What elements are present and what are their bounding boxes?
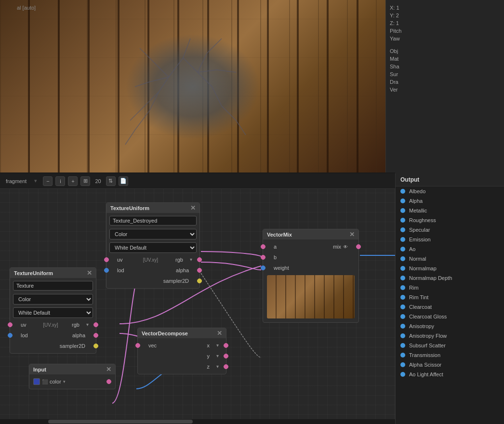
output-item-anisotropy[interactable]: Anisotropy [396, 321, 504, 331]
node-texture-small-header[interactable]: TextureUniform ✕ [10, 268, 96, 278]
socket-vectordecompose-z-out[interactable] [224, 364, 228, 369]
output-item-emission[interactable]: Emission [396, 235, 504, 244]
label-small-lod: lod [21, 332, 53, 338]
output-item-rim[interactable]: Rim [396, 283, 504, 292]
socket-z-arrow[interactable]: ▾ [216, 364, 222, 370]
output-item-ao[interactable]: Ao [396, 244, 504, 254]
node-texture-small-color-select[interactable]: Color [13, 294, 93, 305]
socket-small-alpha-out[interactable] [93, 333, 98, 338]
info-mat: Mat [390, 55, 500, 63]
toolbar-minus-btn[interactable]: − [43, 176, 53, 186]
socket-vectormix-a-in[interactable] [261, 244, 265, 249]
socket-vectormix-mix-out[interactable] [356, 244, 361, 249]
output-item-ao-light-affect[interactable]: Ao Light Affect [396, 370, 504, 379]
output-item-subsurf[interactable]: Subsurf Scatter [396, 341, 504, 350]
label-small-sampler2d: sampler2D [14, 343, 85, 349]
label-ao-light-affect: Ao Light Affect [409, 371, 443, 377]
node-vectormix-header[interactable]: VectorMix ✕ [263, 229, 358, 239]
dot-transmission [400, 353, 405, 358]
node-vectormix-a-row: a mix 👁 [263, 241, 358, 252]
socket-small-rgb-arrow[interactable]: ▾ [86, 322, 92, 328]
node-texture-small-default-select[interactable]: White Default [13, 307, 93, 318]
label-small-alpha: alpha [53, 332, 85, 338]
scrollbar[interactable] [0, 419, 395, 424]
node-vectordecompose-header[interactable]: VectorDecompose ✕ [138, 328, 226, 338]
node-texture-small-name[interactable]: Texture [13, 281, 93, 291]
node-vectordecompose-y-row: y ▾ [138, 351, 226, 361]
label-metallic: Metallic [409, 208, 427, 213]
label-small-rgb: rgb [58, 322, 80, 328]
socket-vectordecompose-y-out[interactable] [224, 354, 228, 358]
output-item-metallic[interactable]: Metallic [396, 206, 504, 215]
output-item-albedo[interactable]: Albedo [396, 186, 504, 196]
node-texture-name[interactable]: Texture_Destroyed [109, 216, 197, 225]
output-item-normal[interactable]: Normal [396, 254, 504, 264]
socket-lod-in[interactable] [104, 268, 109, 273]
output-item-anisotropy-flow[interactable]: Anisotropy Flow [396, 331, 504, 341]
output-item-specular[interactable]: Specular [396, 225, 504, 235]
vectormix-eye-icon[interactable]: 👁 [343, 244, 348, 250]
toolbar-adjust-btn[interactable]: ⇅ [106, 176, 116, 186]
info-x: X: 1 [390, 4, 500, 12]
socket-rgb-out[interactable] [197, 257, 202, 262]
output-item-transmission[interactable]: Transmission [396, 350, 504, 360]
output-item-alpha[interactable]: Alpha [396, 196, 504, 206]
label-alpha: alpha [153, 267, 189, 273]
node-vectormix-close[interactable]: ✕ [349, 231, 355, 238]
node-texture-small-close[interactable]: ✕ [87, 270, 92, 276]
dot-ao [400, 247, 405, 252]
node-vectordecompose-close[interactable]: ✕ [217, 330, 222, 336]
label-normal: Normal [409, 256, 426, 262]
toolbar-info-btn[interactable]: i [55, 176, 65, 186]
label-anisotropy-flow: Anisotropy Flow [409, 333, 447, 339]
dot-anisotropy-flow [400, 333, 405, 338]
toolbar-plus-btn[interactable]: + [68, 176, 78, 186]
input-color-dropdown[interactable]: ▾ [63, 379, 66, 384]
label-rim: Rim [409, 285, 419, 291]
socket-vectormix-weight-in[interactable] [261, 265, 265, 270]
label-rgb: rgb [158, 257, 183, 263]
input-type-icon: ⬛ [42, 379, 48, 384]
socket-vectormix-b-in[interactable] [261, 255, 265, 260]
socket-vectordecompose-x-out[interactable] [224, 343, 228, 348]
node-input-close[interactable]: ✕ [106, 366, 111, 372]
output-item-clearcoat-gloss[interactable]: Clearcoat Gloss [396, 312, 504, 321]
toolbar-doc-btn[interactable]: 📄 [119, 176, 128, 186]
output-item-clearcoat[interactable]: Clearcoat [396, 302, 504, 312]
node-texture-color-select[interactable]: Color [109, 229, 197, 239]
node-vectormix-b-row: b [263, 252, 358, 263]
socket-sampler2d-out[interactable] [197, 278, 202, 283]
socket-uv-in[interactable] [104, 257, 109, 262]
socket-alpha-out[interactable] [197, 268, 202, 273]
output-item-roughness[interactable]: Roughness [396, 215, 504, 225]
node-vectormix-weight-row: weight [263, 263, 358, 273]
socket-small-uv-in[interactable] [8, 322, 13, 327]
node-input-body: ⬛ color ▾ [29, 374, 115, 389]
dot-albedo [400, 189, 405, 194]
node-texture-large-header[interactable]: TextureUniform ✕ [106, 203, 199, 213]
socket-small-rgb-out[interactable] [93, 322, 98, 327]
socket-vectordecompose-vec-in[interactable] [135, 343, 140, 348]
dot-normalmap [400, 266, 405, 271]
node-texture-small-uv-row: uv [UV.xy] rgb ▾ [10, 319, 96, 330]
output-item-rim-tint[interactable]: Rim Tint [396, 292, 504, 302]
dot-normalmap-depth [400, 276, 405, 280]
output-item-normalmap-depth[interactable]: Normalmap Depth [396, 273, 504, 283]
node-editor: TextureUniform ✕ Texture_Destroyed Color… [0, 173, 395, 424]
socket-input-out[interactable] [106, 379, 111, 384]
dot-normal [400, 256, 405, 261]
socket-y-arrow[interactable]: ▾ [216, 353, 222, 359]
label-albedo: Albedo [409, 188, 425, 194]
node-texture-default-select[interactable]: White Default [109, 242, 197, 253]
socket-x-arrow[interactable]: ▾ [216, 343, 222, 348]
socket-small-sampler2d-out[interactable] [93, 344, 98, 348]
output-item-alpha-scissor[interactable]: Alpha Scissor [396, 360, 504, 370]
toolbar-grid-btn[interactable]: ⊞ [80, 176, 90, 186]
scrollbar-thumb[interactable] [48, 420, 193, 424]
node-texture-large-close[interactable]: ✕ [190, 205, 196, 211]
socket-rgb-arrow[interactable]: ▾ [190, 257, 196, 263]
socket-small-lod-in[interactable] [8, 333, 13, 338]
output-item-normalmap[interactable]: Normalmap [396, 264, 504, 273]
toolbar-mode[interactable]: fragment [4, 177, 28, 185]
node-input-header[interactable]: Input ✕ [29, 364, 115, 374]
